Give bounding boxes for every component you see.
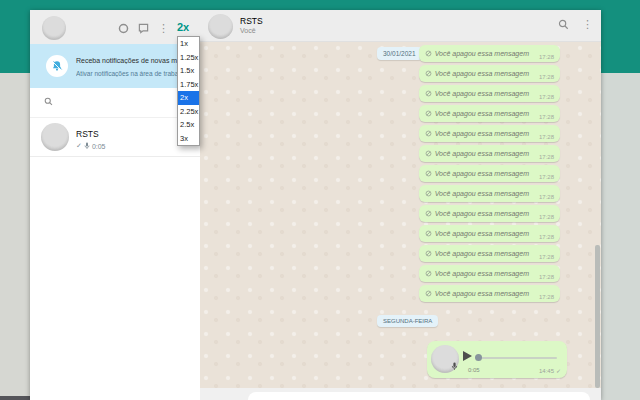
- deleted-message-bubble: Você apagou essa mensagem17:28: [419, 45, 560, 62]
- deleted-message-bubble: Você apagou essa mensagem17:28: [419, 105, 560, 122]
- deleted-message-text: Você apagou essa mensagem: [435, 230, 529, 237]
- deleted-message-text: Você apagou essa mensagem: [435, 90, 529, 97]
- deleted-message-text: Você apagou essa mensagem: [435, 150, 529, 157]
- voice-mic-icon: [451, 362, 458, 371]
- prohibited-icon: [425, 110, 432, 117]
- conversation-avatar[interactable]: [208, 14, 233, 39]
- voice-check-icon: ✓: [556, 367, 561, 374]
- prohibited-icon: [425, 270, 432, 277]
- preview-duration: 0:05: [92, 143, 106, 150]
- voice-time: 14:45: [539, 368, 554, 374]
- voice-message-bubble: 0:05 14:45 ✓: [427, 341, 567, 378]
- chat-name: RSTS: [76, 129, 99, 139]
- voice-duration: 0:05: [468, 367, 480, 373]
- chat-avatar: [41, 123, 69, 151]
- speed-dropdown: 1x1.25x1.5x1.75x2x2.25x2.5x3x: [177, 36, 200, 146]
- deleted-message-text: Você apagou essa mensagem: [435, 110, 529, 117]
- message-time: 17:28: [539, 294, 554, 302]
- backdrop-right-panel: [601, 73, 640, 400]
- bell-icon: [46, 55, 68, 77]
- speed-option-1.5x[interactable]: 1.5x: [178, 64, 199, 78]
- deleted-message-text: Você apagou essa mensagem: [435, 50, 529, 57]
- deleted-message-bubble: Você apagou essa mensagem17:28: [419, 125, 560, 142]
- chat-wallpaper: 30/01/2021 Você apagou essa mensagem17:2…: [200, 42, 601, 388]
- speed-option-2.5x[interactable]: 2.5x: [178, 118, 199, 132]
- chat-header: RSTS Você ⋮: [200, 10, 601, 42]
- conversation-title: RSTS: [240, 16, 263, 26]
- search-bar[interactable]: [30, 88, 200, 118]
- prohibited-icon: [425, 130, 432, 137]
- deleted-message-bubble: Você apagou essa mensagem17:28: [419, 245, 560, 262]
- speed-option-1x[interactable]: 1x: [178, 37, 199, 51]
- chat-preview: ✓ 0:05: [76, 142, 106, 150]
- search-icon: [44, 97, 53, 106]
- deleted-message-bubble: Você apagou essa mensagem17:28: [419, 225, 560, 242]
- chat-search-icon[interactable]: [558, 19, 569, 30]
- deleted-message-text: Você apagou essa mensagem: [435, 70, 529, 77]
- speed-option-3x[interactable]: 3x: [178, 132, 199, 146]
- message-time: 17:28: [539, 114, 554, 122]
- message-time: 17:28: [539, 154, 554, 162]
- message-time: 17:28: [539, 74, 554, 82]
- deleted-message-text: Você apagou essa mensagem: [435, 190, 529, 197]
- speed-option-1.75x[interactable]: 1.75x: [178, 78, 199, 92]
- deleted-message-text: Você apagou essa mensagem: [435, 210, 529, 217]
- deleted-message-text: Você apagou essa mensagem: [435, 290, 529, 297]
- voice-progress-handle[interactable]: [475, 354, 482, 361]
- prohibited-icon: [425, 230, 432, 237]
- message-time: 17:28: [539, 174, 554, 182]
- chat-list-item[interactable]: RSTS ✓ 0:05 Segu: [30, 118, 200, 157]
- conversation-subtitle: Você: [240, 27, 256, 34]
- backdrop-left-panel: [0, 73, 30, 400]
- deleted-message-text: Você apagou essa mensagem: [435, 250, 529, 257]
- message-input[interactable]: [248, 392, 590, 400]
- deleted-message-text: Você apagou essa mensagem: [435, 130, 529, 137]
- composer-bar: [200, 388, 601, 400]
- playback-speed-button[interactable]: 2x: [177, 21, 189, 33]
- deleted-message-bubble: Você apagou essa mensagem17:28: [419, 205, 560, 222]
- prohibited-icon: [425, 290, 432, 297]
- screenshot-root: ⋮ 2x Receba notificações de novas mensag…: [0, 0, 640, 400]
- deleted-message-text: Você apagou essa mensagem: [435, 170, 529, 177]
- prohibited-icon: [425, 90, 432, 97]
- prohibited-icon: [425, 150, 432, 157]
- message-time: 17:28: [539, 134, 554, 142]
- prohibited-icon: [425, 210, 432, 217]
- speed-option-2x[interactable]: 2x: [178, 91, 199, 105]
- sidebar-menu-icon[interactable]: ⋮: [158, 22, 169, 34]
- profile-avatar[interactable]: [42, 16, 66, 40]
- speed-option-1.25x[interactable]: 1.25x: [178, 51, 199, 65]
- deleted-message-bubble: Você apagou essa mensagem17:28: [419, 85, 560, 102]
- prohibited-icon: [425, 50, 432, 57]
- deleted-message-text: Você apagou essa mensagem: [435, 270, 529, 277]
- prohibited-icon: [425, 170, 432, 177]
- message-list: Você apagou essa mensagem17:28Você apago…: [200, 45, 560, 305]
- voice-meta: 14:45 ✓: [539, 367, 561, 374]
- deleted-message-bubble: Você apagou essa mensagem17:28: [419, 65, 560, 82]
- deleted-message-bubble: Você apagou essa mensagem17:28: [419, 165, 560, 182]
- prohibited-icon: [425, 250, 432, 257]
- notification-banner[interactable]: Receba notificações de novas mensagens A…: [30, 44, 200, 88]
- new-chat-icon[interactable]: [138, 23, 149, 34]
- delivered-check-icon: ✓: [76, 142, 82, 150]
- prohibited-icon: [425, 190, 432, 197]
- deleted-message-bubble: Você apagou essa mensagem17:28: [419, 285, 560, 302]
- message-time: 17:28: [539, 194, 554, 202]
- message-time: 17:28: [539, 274, 554, 282]
- deleted-message-bubble: Você apagou essa mensagem17:28: [419, 185, 560, 202]
- chat-scrollbar[interactable]: [595, 245, 600, 388]
- deleted-message-bubble: Você apagou essa mensagem17:28: [419, 145, 560, 162]
- prohibited-icon: [425, 70, 432, 77]
- message-time: 17:28: [539, 234, 554, 242]
- message-time: 17:28: [539, 254, 554, 262]
- deleted-message-bubble: Você apagou essa mensagem17:28: [419, 265, 560, 282]
- chat-menu-icon[interactable]: ⋮: [582, 18, 593, 30]
- voice-progress-track[interactable]: [477, 357, 557, 359]
- status-icon[interactable]: [118, 23, 129, 34]
- message-time: 17:28: [539, 214, 554, 222]
- mic-icon: [84, 142, 90, 150]
- play-button[interactable]: [463, 351, 472, 361]
- speed-option-2.25x[interactable]: 2.25x: [178, 105, 199, 119]
- message-time: 17:28: [539, 54, 554, 62]
- day-badge: SEGUNDA-FEIRA: [377, 315, 438, 327]
